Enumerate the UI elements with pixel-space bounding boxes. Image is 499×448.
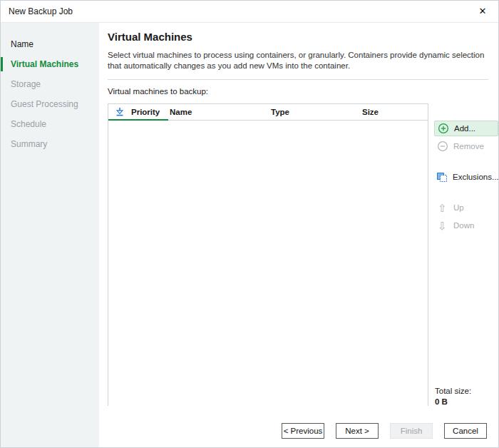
down-button[interactable]: ⇩ Down	[434, 218, 498, 233]
sidebar-item-virtual-machines[interactable]: Virtual Machines	[1, 54, 99, 74]
exclusions-icon	[436, 171, 448, 183]
sidebar-item-name[interactable]: Name	[1, 34, 99, 54]
add-button[interactable]: Add...	[434, 121, 498, 136]
vm-list-label: Virtual machines to backup:	[108, 87, 208, 96]
total-size-value: 0 B	[435, 397, 471, 407]
wizard-steps-sidebar: Name Virtual Machines Storage Guest Proc…	[1, 23, 99, 447]
add-plus-icon	[437, 123, 449, 134]
down-button-label: Down	[453, 221, 474, 230]
page-description: Select virtual machines to process using…	[108, 50, 496, 71]
sorted-column-indicator	[108, 119, 168, 121]
close-icon[interactable]: ✕	[474, 1, 491, 22]
cancel-button[interactable]: Cancel	[444, 423, 487, 439]
sidebar-item-guest-processing[interactable]: Guest Processing	[1, 94, 99, 114]
remove-button[interactable]: Remove	[434, 138, 498, 154]
total-size-block: Total size: 0 B	[435, 386, 471, 407]
exclusions-button-label: Exclusions...	[453, 173, 499, 181]
page-title: Virtual Machines	[108, 31, 192, 43]
up-button[interactable]: ⇧ Up	[434, 200, 498, 215]
exclusions-button[interactable]: Exclusions...	[434, 169, 498, 185]
up-arrow-icon: ⇧	[436, 203, 448, 213]
total-size-label: Total size:	[435, 386, 471, 397]
column-header-size[interactable]: Size	[362, 108, 428, 116]
priority-sort-icon[interactable]	[108, 107, 131, 117]
wizard-footer: < Previous Next > Finish Cancel	[282, 423, 487, 439]
finish-button[interactable]: Finish	[390, 423, 433, 439]
header-divider	[108, 79, 488, 80]
sidebar-item-label: Guest Processing	[11, 99, 78, 109]
sidebar-item-summary[interactable]: Summary	[1, 134, 99, 154]
sidebar-item-label: Schedule	[11, 119, 46, 129]
sidebar-item-label: Name	[11, 39, 34, 49]
title-bar: New Backup Job ✕	[1, 1, 498, 23]
column-header-type[interactable]: Type	[271, 108, 362, 116]
column-header-name[interactable]: Name	[170, 108, 271, 116]
vm-action-buttons: Add... Remove Exclusions	[434, 121, 498, 233]
sidebar-item-label: Summary	[11, 139, 47, 149]
column-header-priority[interactable]: Priority	[131, 108, 170, 116]
remove-button-label: Remove	[453, 142, 484, 151]
sidebar-item-label: Virtual Machines	[11, 59, 78, 69]
remove-minus-icon	[436, 141, 448, 152]
sidebar-item-label: Storage	[11, 79, 41, 89]
add-button-label: Add...	[454, 124, 475, 133]
sidebar-item-storage[interactable]: Storage	[1, 74, 99, 94]
sidebar-item-schedule[interactable]: Schedule	[1, 114, 99, 134]
main-panel: Virtual Machines Select virtual machines…	[99, 23, 498, 447]
vm-table-body-empty[interactable]	[108, 121, 428, 406]
next-button[interactable]: Next >	[336, 423, 379, 439]
new-backup-job-dialog: New Backup Job ✕ Name Virtual Machines S…	[0, 0, 499, 448]
vm-table[interactable]: Priority Name Type Size	[108, 103, 428, 406]
up-button-label: Up	[453, 203, 464, 212]
previous-button[interactable]: < Previous	[282, 423, 324, 439]
vm-table-header: Priority Name Type Size	[108, 104, 428, 121]
down-arrow-icon: ⇩	[436, 220, 448, 231]
window-title: New Backup Job	[9, 1, 73, 22]
